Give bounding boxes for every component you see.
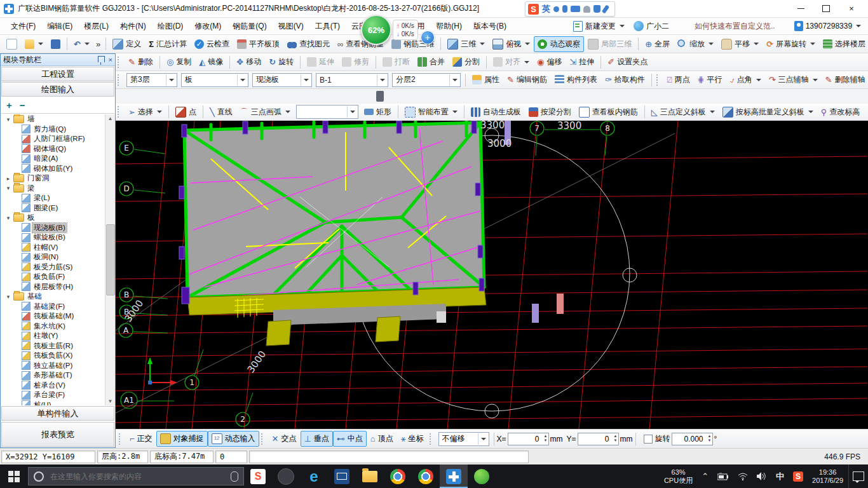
split-button[interactable]: 分割 — [449, 54, 484, 70]
auto-generate-slab-button[interactable]: 自动生成板 — [467, 104, 525, 120]
menu-view[interactable]: 视图(V) — [273, 18, 309, 34]
save-button[interactable] — [47, 37, 64, 51]
free-column[interactable] — [557, 294, 564, 314]
tree-item-hidden-beam[interactable]: 暗梁(A) — [1, 154, 105, 164]
perpendicular-snap-toggle[interactable]: ⊥垂点 — [301, 431, 333, 447]
battery-icon[interactable] — [717, 473, 729, 480]
smart-layout-button[interactable]: 智能布置 — [401, 104, 461, 120]
scroll-up-icon[interactable]: ▲ — [108, 116, 113, 121]
close-button[interactable]: × — [839, 1, 864, 17]
menu-edit[interactable]: 编辑(E) — [41, 18, 78, 34]
tree-item-ring-beam[interactable]: 圈梁(E) — [1, 203, 105, 214]
ime-skin-icon[interactable] — [593, 5, 600, 13]
batch-slope-by-elevation-button[interactable]: 按标高批量定义斜板 — [719, 104, 817, 120]
cad-view[interactable]: ED BB AA1 12 78 3300 3300 3000 3000 3000 — [116, 121, 868, 429]
rotate-input[interactable] — [672, 433, 713, 445]
three-point-arc-button[interactable]: ⌒三点画弧 — [236, 104, 294, 120]
rectangle-tool-button[interactable]: 矩形 — [360, 104, 395, 120]
wall-stub[interactable] — [266, 320, 291, 346]
toolbar-overflow[interactable]: » — [96, 39, 100, 49]
tree-item-beam-group[interactable]: ▾梁 — [1, 184, 105, 194]
menu-rebar-qty[interactable]: 钢筋量(Q) — [227, 18, 272, 34]
tree-item-raft-foundation[interactable]: 筏板基础(M) — [1, 311, 105, 322]
combo-arrow[interactable] — [347, 106, 356, 118]
taskbar-app-chrome-1[interactable] — [384, 464, 412, 488]
spinner-arrows[interactable]: ▲▼ — [544, 434, 548, 443]
tree-item-door-window-opening[interactable]: ▸门窗洞 — [1, 173, 105, 184]
rotate-checkbox[interactable] — [644, 435, 653, 444]
tree-item-pile[interactable]: 桩(U) — [1, 400, 105, 406]
menu-draw[interactable]: 绘图(D) — [152, 18, 189, 34]
point-tool-button[interactable]: 点 — [172, 104, 200, 120]
tree-item-civil-defense-door-wall[interactable]: 人防门框墙(RF) — [1, 134, 105, 144]
tree-item-masonry-wall[interactable]: 砌体墙(Q) — [1, 144, 105, 154]
tree-item-masonry-rebar[interactable]: 砌体加筋(Y) — [1, 164, 105, 174]
tree-item-spiral-slab[interactable]: 螺旋板(B) — [1, 233, 105, 243]
spinner-arrows[interactable]: ▲▼ — [708, 434, 712, 443]
ime-toolbar[interactable]: S 英 — [525, 1, 615, 17]
tree-item-cast-in-place-slab[interactable]: 现浇板(B) — [1, 223, 105, 233]
tree-item-raft-negative-rebar[interactable]: 筏板负筋(X) — [1, 351, 105, 361]
vertex-snap-toggle[interactable]: ⌂顶点 — [367, 431, 397, 447]
tree-item-foundation-beam[interactable]: 基础梁(F) — [1, 302, 105, 312]
offset-mode-select[interactable]: 不偏移 — [438, 432, 489, 446]
ime-person-icon[interactable] — [583, 6, 590, 13]
align-button[interactable]: 对齐 — [489, 54, 533, 70]
zoom-button[interactable]: 缩放 — [674, 36, 717, 52]
accelerate-plus-button[interactable]: + — [421, 30, 435, 44]
net-speed-ball[interactable]: 62% ↑ 0K/s ↓ 0K/s + — [361, 15, 444, 44]
midpoint-snap-toggle[interactable]: ⊷中点 — [333, 431, 367, 447]
memory-percent-ball[interactable]: 62% — [361, 15, 391, 45]
draw-input-button[interactable]: 绘图输入 — [1, 82, 114, 97]
ime-pen-icon[interactable] — [553, 6, 559, 12]
open-file-button[interactable] — [21, 37, 47, 51]
cloud-check-button[interactable]: ✓云检查 — [191, 36, 233, 52]
three-point-aux-button[interactable]: ↷三点辅轴 — [765, 72, 822, 88]
view-top-button[interactable]: 俯视 — [489, 36, 534, 52]
ime-keyboard-icon[interactable] — [571, 6, 580, 12]
select-floor-button[interactable]: 选择楼层 — [819, 36, 868, 52]
taskbar-app-mail[interactable] — [328, 464, 356, 488]
define-button[interactable]: 定义 — [109, 36, 145, 52]
project-settings-button[interactable]: 工程设置 — [1, 67, 114, 81]
splitter-handle[interactable] — [376, 91, 384, 102]
taskbar-app-sogou[interactable]: S — [244, 464, 272, 488]
toolbar-grip[interactable] — [119, 433, 123, 445]
taskbar-app-file-explorer[interactable] — [356, 464, 384, 488]
view-slab-rebar-button[interactable]: 查看板内钢筋 — [575, 104, 642, 120]
tree-item-sump-pit[interactable]: 集水坑(K) — [1, 322, 105, 332]
wall-piece[interactable] — [437, 311, 446, 323]
mirror-button[interactable]: ◭镜像 — [195, 54, 227, 70]
x-offset-spinner[interactable]: ▲▼ — [508, 433, 549, 445]
tip-link[interactable]: 如何快速布置自定义范.. — [695, 21, 775, 32]
taskbar-app-edge[interactable]: e — [300, 464, 328, 488]
two-point-aux-button[interactable]: ⍁两点 — [663, 72, 694, 88]
partial-3d-button[interactable]: 局部三维 — [584, 36, 635, 52]
wall-stub[interactable] — [376, 316, 400, 342]
edit-elevation-button[interactable]: ⚲查改标高 — [817, 104, 864, 120]
start-button[interactable] — [0, 464, 28, 488]
combo-arrow[interactable] — [449, 74, 459, 86]
ortho-toggle[interactable]: ⌐正交 — [126, 431, 156, 447]
menu-component[interactable]: 构件(N) — [114, 18, 152, 34]
cpu-usage-readout[interactable]: 63% CPU使用 — [664, 468, 693, 485]
new-change-button[interactable]: 新建变更 — [573, 21, 625, 32]
tree-item-floor-slab-band[interactable]: 楼层板带(H) — [1, 282, 105, 292]
expand-all-button[interactable]: + — [6, 100, 12, 111]
tree-scrollbar[interactable]: ▲ ▼ — [105, 114, 115, 405]
undo-button[interactable]: ↶ — [70, 37, 93, 51]
sogou-tray-icon[interactable]: S — [793, 471, 803, 482]
new-file-button[interactable] — [3, 36, 21, 52]
rotate-spinner[interactable]: ▲▼ — [672, 433, 713, 445]
drawing-canvas[interactable]: ED BB AA1 12 78 3300 3300 3000 3000 3000 — [116, 121, 868, 429]
view-3d-button[interactable]: 三维 — [444, 36, 489, 52]
split-by-beam-button[interactable]: 按梁分割 — [525, 104, 575, 120]
delete-aux-button[interactable]: ✎删除辅轴 — [822, 72, 868, 88]
subtype-select[interactable]: 现浇板 — [252, 73, 312, 87]
ime-lang-indicator[interactable]: 英 — [542, 3, 550, 15]
tree-item-strip-foundation[interactable]: 条形基础(T) — [1, 370, 105, 381]
delete-button[interactable]: ✎删除 — [125, 54, 157, 70]
three-point-slope-button[interactable]: ◺三点定义斜板 — [648, 104, 719, 120]
toolbar-grip[interactable] — [261, 433, 265, 445]
merge-button[interactable]: 合并 — [414, 54, 449, 70]
